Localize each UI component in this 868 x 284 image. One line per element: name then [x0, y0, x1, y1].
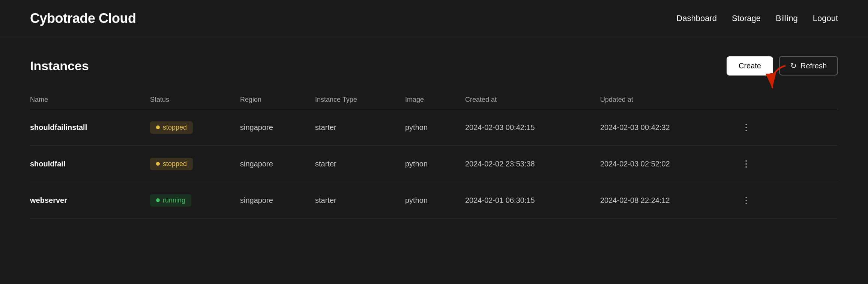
col-header-updated-at: Updated at [600, 96, 735, 104]
status-dot-icon [156, 125, 160, 129]
nav-billing[interactable]: Billing [776, 14, 798, 23]
row-image: python [405, 123, 465, 132]
status-label: stopped [163, 160, 187, 168]
refresh-button[interactable]: ↻ Refresh [779, 56, 838, 76]
row-created-at: 2024-02-03 00:42:15 [465, 123, 600, 132]
col-header-created-at: Created at [465, 96, 600, 104]
row-updated-at: 2024-02-08 22:24:12 [600, 196, 735, 205]
row-name: shouldfailinstall [30, 123, 150, 132]
nav-logout[interactable]: Logout [813, 14, 838, 23]
more-menu-button[interactable]: ⋮ [738, 120, 755, 135]
header: Cybotrade Cloud Dashboard Storage Billin… [0, 0, 868, 37]
row-instance-type: starter [315, 196, 405, 205]
row-region: singapore [240, 123, 315, 132]
table-row: webserver running singapore starter pyth… [30, 182, 838, 219]
row-status: stopped [150, 158, 240, 170]
main-content: Instances Create ↻ Refresh Name Status R… [0, 37, 868, 237]
instances-table: Name Status Region Instance Type Image C… [30, 91, 838, 219]
more-menu-button[interactable]: ⋮ [738, 156, 755, 171]
status-dot-icon [156, 162, 160, 166]
col-header-actions [735, 96, 758, 104]
row-image: python [405, 196, 465, 205]
row-name: webserver [30, 196, 150, 205]
col-header-image: Image [405, 96, 465, 104]
status-label: stopped [163, 124, 187, 131]
row-actions: ⋮ [735, 193, 758, 208]
page-title: Instances [30, 59, 89, 73]
main-nav: Dashboard Storage Billing Logout [676, 14, 838, 23]
col-header-region: Region [240, 96, 315, 104]
more-menu-button[interactable]: ⋮ [738, 193, 755, 208]
status-dot-icon [156, 198, 160, 202]
row-status: stopped [150, 121, 240, 134]
create-button[interactable]: Create [727, 56, 773, 76]
row-region: singapore [240, 160, 315, 168]
table-row: shouldfailinstall stopped singapore star… [30, 109, 838, 146]
row-created-at: 2024-02-02 23:53:38 [465, 160, 600, 168]
nav-storage[interactable]: Storage [732, 14, 761, 23]
col-header-name: Name [30, 96, 150, 104]
status-badge: running [150, 194, 191, 207]
row-updated-at: 2024-02-03 02:52:02 [600, 160, 735, 168]
refresh-label: Refresh [800, 62, 827, 70]
app-logo: Cybotrade Cloud [30, 11, 136, 26]
row-updated-at: 2024-02-03 00:42:32 [600, 123, 735, 132]
row-instance-type: starter [315, 160, 405, 168]
nav-dashboard[interactable]: Dashboard [676, 14, 717, 23]
action-buttons: Create ↻ Refresh [727, 56, 838, 76]
row-status: running [150, 194, 240, 207]
col-header-instance-type: Instance Type [315, 96, 405, 104]
table-row: shouldfail stopped singapore starter pyt… [30, 146, 838, 182]
row-instance-type: starter [315, 123, 405, 132]
status-badge: stopped [150, 121, 193, 134]
col-header-status: Status [150, 96, 240, 104]
row-image: python [405, 160, 465, 168]
status-label: running [163, 196, 185, 204]
instances-header: Instances Create ↻ Refresh [30, 56, 838, 76]
row-actions: ⋮ [735, 120, 758, 135]
refresh-icon: ↻ [790, 61, 797, 70]
row-created-at: 2024-02-01 06:30:15 [465, 196, 600, 205]
status-badge: stopped [150, 158, 193, 170]
row-name: shouldfail [30, 160, 150, 168]
row-region: singapore [240, 196, 315, 205]
row-actions: ⋮ [735, 156, 758, 171]
table-header: Name Status Region Instance Type Image C… [30, 91, 838, 109]
